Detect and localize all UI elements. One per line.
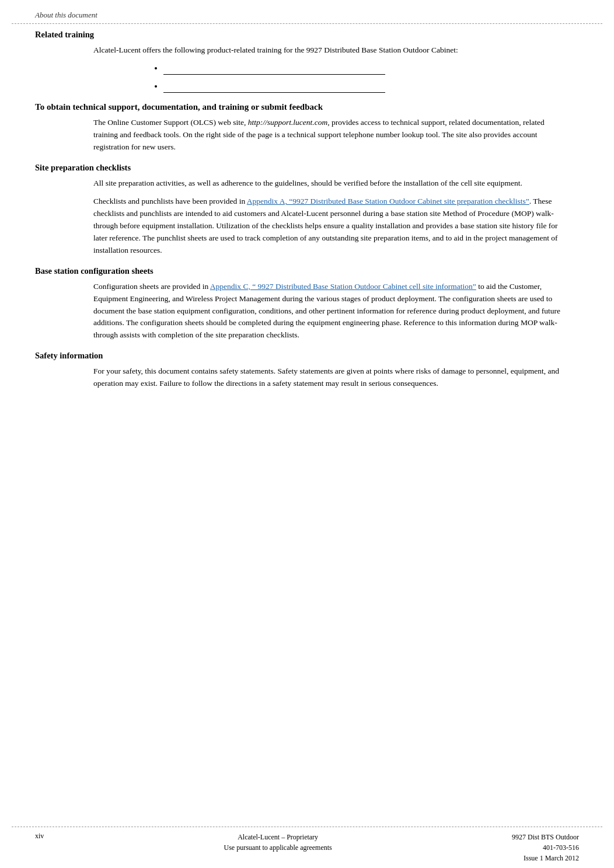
page-footer: xiv Alcatel-Lucent – Proprietary Use pur… (0, 827, 614, 868)
section-site-preparation: Site preparation checklists All site pre… (35, 163, 579, 257)
section-base-station-config: Base station configuration sheets Config… (35, 266, 579, 342)
footer-page-number: xiv (35, 832, 44, 841)
footer-right-line2: 401-703-516 (512, 842, 579, 853)
header-text: About this document (35, 11, 97, 19)
related-training-para: Alcatel-Lucent offers the following prod… (93, 44, 567, 57)
spacer (0, 616, 614, 827)
technical-support-content: The Online Customer Support (OLCS) web s… (93, 117, 567, 154)
related-training-content: Alcatel-Lucent offers the following prod… (93, 44, 567, 93)
related-training-heading: Related training (35, 30, 579, 40)
technical-support-heading: To obtain technical support, documentati… (35, 102, 579, 112)
safety-information-heading: Safety information (35, 351, 579, 361)
footer-right-line3: Issue 1 March 2012 (512, 853, 579, 863)
base-station-config-para: Configuration sheets are provided in App… (93, 281, 567, 342)
footer-center-line1: Alcatel-Lucent – Proprietary (224, 832, 332, 842)
related-training-bullets (163, 62, 567, 93)
appendix-c-link[interactable]: Appendix C, “ 9927 Distributed Base Stat… (210, 282, 476, 291)
site-preparation-heading: Site preparation checklists (35, 163, 579, 173)
content-area: Related training Alcatel-Lucent offers t… (0, 24, 614, 616)
site-preparation-content: All site preparation activities, as well… (93, 177, 567, 257)
bullet-item-2 (163, 81, 567, 93)
bullet-underline-1 (163, 62, 385, 75)
footer-right: 9927 Dist BTS Outdoor 401-703-516 Issue … (512, 832, 579, 863)
footer-center-line2: Use pursuant to applicable agreements (224, 842, 332, 853)
bullet-underline-2 (163, 81, 385, 93)
page-container: About this document Related training Alc… (0, 0, 614, 868)
page-header: About this document (0, 0, 614, 23)
bullet-item-1 (163, 62, 567, 75)
footer-center: Alcatel-Lucent – Proprietary Use pursuan… (224, 832, 332, 853)
olcs-link[interactable]: http://support.lucent.com (248, 118, 327, 127)
section-related-training: Related training Alcatel-Lucent offers t… (35, 30, 579, 93)
safety-information-content: For your safety, this document contains … (93, 365, 567, 390)
site-preparation-para-2: Checklists and punchlists have been prov… (93, 196, 567, 257)
footer-right-line1: 9927 Dist BTS Outdoor (512, 832, 579, 842)
safety-information-para: For your safety, this document contains … (93, 365, 567, 390)
section-safety-information: Safety information For your safety, this… (35, 351, 579, 390)
site-preparation-para-1: All site preparation activities, as well… (93, 177, 567, 190)
base-station-config-content: Configuration sheets are provided in App… (93, 281, 567, 342)
base-station-config-heading: Base station configuration sheets (35, 266, 579, 276)
appendix-a-link[interactable]: Appendix A, “9927 Distributed Base Stati… (247, 197, 529, 205)
technical-support-para: The Online Customer Support (OLCS) web s… (93, 117, 567, 154)
section-technical-support: To obtain technical support, documentati… (35, 102, 579, 154)
